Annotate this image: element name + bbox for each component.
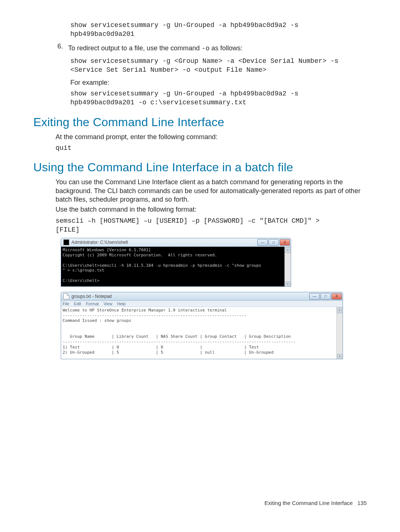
minimize-button[interactable]: — xyxy=(309,293,320,300)
scrollbar[interactable]: ▴ ▾ xyxy=(284,247,291,286)
paragraph: At the command prompt, enter the followi… xyxy=(56,133,367,141)
notepad-window: groups.txt - Notepad — □ X File Edit For… xyxy=(61,292,343,360)
menu-format[interactable]: Format xyxy=(86,302,99,306)
scroll-track[interactable] xyxy=(337,314,343,354)
page-number: 135 xyxy=(357,500,367,506)
maximize-button[interactable]: □ xyxy=(320,293,331,300)
cmd-title: Administrator: C:\Users\shelt xyxy=(71,240,257,245)
scroll-down-icon[interactable]: ▾ xyxy=(337,354,342,359)
list-item: 6. To redirect output to a file, use the… xyxy=(33,43,367,54)
cmd-window: Administrator: C:\Users\shelt — □ X Micr… xyxy=(61,238,291,286)
menu-file[interactable]: File xyxy=(63,302,69,306)
code-block: quit xyxy=(56,144,367,152)
notepad-menubar: File Edit Format View Help xyxy=(61,301,343,307)
close-button[interactable]: X xyxy=(331,293,342,300)
scroll-down-icon[interactable]: ▾ xyxy=(285,282,290,287)
menu-help[interactable]: Help xyxy=(117,302,126,306)
close-button[interactable]: X xyxy=(280,239,290,246)
list-number: 6. xyxy=(33,43,63,54)
page-footer: Exiting the Command Line Interface 135 xyxy=(33,500,367,506)
menu-view[interactable]: View xyxy=(104,302,113,306)
cmd-titlebar: Administrator: C:\Users\shelt — □ X xyxy=(61,238,291,247)
document-page: show servicesetsummary -g Un-Grouped -a … xyxy=(0,0,400,521)
scroll-up-icon[interactable]: ▴ xyxy=(337,307,342,313)
minimize-button[interactable]: — xyxy=(257,239,268,246)
step-text: To redirect output to a file, use the co… xyxy=(68,44,243,53)
heading-batch-file: Using the Command Line Interface in a ba… xyxy=(33,161,367,174)
text: as follows: xyxy=(210,44,243,52)
code-block: show servicesetsummary -g Un-Grouped -a … xyxy=(70,89,367,107)
inline-code: -o xyxy=(201,45,210,52)
heading-exiting-cli: Exiting the Command Line Interface xyxy=(33,115,367,129)
notepad-title: groups.txt - Notepad xyxy=(71,294,309,299)
notepad-content: Welcome to HP StoreOnce Enterprise Manag… xyxy=(63,308,341,356)
text: To redirect output to a file, use the co… xyxy=(68,44,201,52)
cmd-icon xyxy=(63,239,69,245)
footer-text: Exiting the Command Line Interface xyxy=(264,500,353,506)
maximize-button[interactable]: □ xyxy=(269,239,279,246)
notepad-body: Welcome to HP StoreOnce Enterprise Manag… xyxy=(61,307,343,359)
scroll-track[interactable] xyxy=(285,253,291,281)
code-block: show servicesetsummary -g Un-Grouped -a … xyxy=(70,21,367,39)
cmd-body: Microsoft Windows [Version 6.1.7601] Cop… xyxy=(61,247,291,286)
paragraph: Use the batch command in the following f… xyxy=(56,205,367,214)
example-label: For example: xyxy=(70,78,367,87)
code-block: show servicesetsummary -g <Group Name> -… xyxy=(70,57,367,75)
scroll-up-icon[interactable]: ▴ xyxy=(285,247,290,253)
paragraph: You can use the Command Line Interface c… xyxy=(56,178,367,204)
notepad-titlebar: groups.txt - Notepad — □ X xyxy=(61,292,343,301)
cmd-output: Microsoft Windows [Version 6.1.7601] Cop… xyxy=(63,248,289,283)
notepad-icon xyxy=(63,293,69,299)
menu-edit[interactable]: Edit xyxy=(74,302,81,306)
code-block: semscli –h [HOSTNAME] –u [USERID] –p [PA… xyxy=(56,216,367,235)
scrollbar[interactable]: ▴ ▾ xyxy=(336,307,343,359)
